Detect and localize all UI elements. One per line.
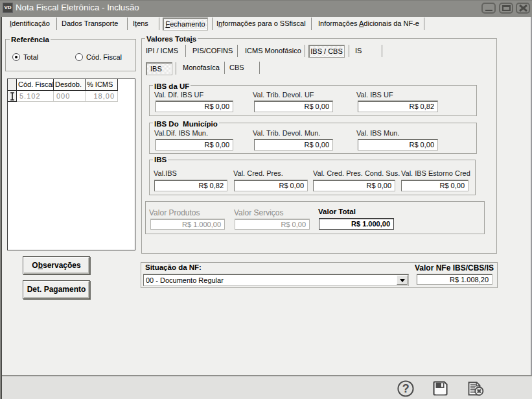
svg-text:?: ? xyxy=(402,382,410,395)
